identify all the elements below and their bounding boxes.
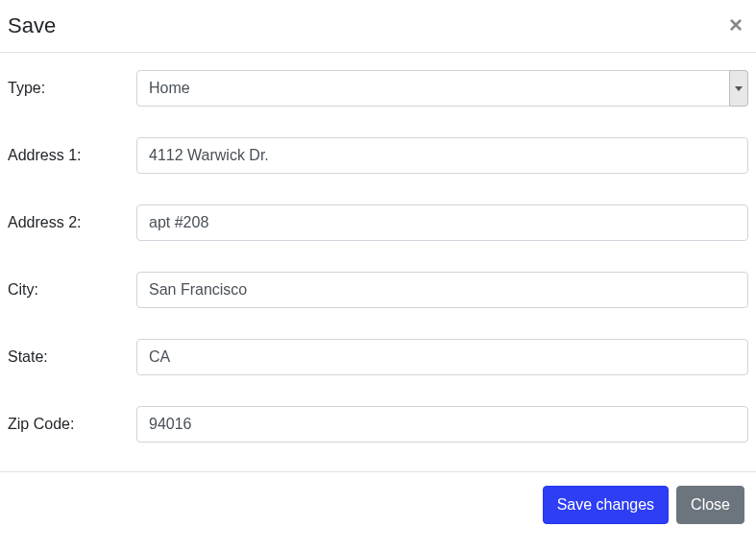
address1-label: Address 1: xyxy=(8,147,136,164)
row-address1: Address 1: xyxy=(8,137,748,174)
type-label: Type: xyxy=(8,80,136,97)
close-button[interactable]: Close xyxy=(676,486,744,524)
modal-body: Type: Home Address 1: Address 2: xyxy=(0,53,756,471)
address1-field xyxy=(136,137,748,174)
zip-field xyxy=(136,406,748,443)
row-type: Type: Home xyxy=(8,70,748,107)
state-field xyxy=(136,339,748,375)
modal-header: Save × xyxy=(0,0,756,53)
row-zip: Zip Code: xyxy=(8,406,748,443)
type-select[interactable]: Home xyxy=(136,70,748,107)
zip-input[interactable] xyxy=(136,406,748,443)
city-label: City: xyxy=(8,281,136,299)
city-input[interactable] xyxy=(136,272,748,308)
address2-field xyxy=(136,204,748,241)
row-city: City: xyxy=(8,272,748,308)
state-label: State: xyxy=(8,348,136,366)
row-state: State: xyxy=(8,339,748,375)
type-field: Home xyxy=(136,70,748,107)
city-field xyxy=(136,272,748,308)
save-modal: Save × Type: Home Address 1: xyxy=(0,0,756,538)
type-select-wrap: Home xyxy=(136,70,748,107)
save-changes-button[interactable]: Save changes xyxy=(543,486,669,524)
modal-title: Save xyxy=(8,13,56,38)
address2-label: Address 2: xyxy=(8,214,136,231)
zip-label: Zip Code: xyxy=(8,416,136,433)
state-input[interactable] xyxy=(136,339,748,375)
modal-footer: Save changes Close xyxy=(0,471,756,538)
address1-input[interactable] xyxy=(136,137,748,174)
row-address2: Address 2: xyxy=(8,204,748,241)
close-icon[interactable]: × xyxy=(723,13,748,36)
address2-input[interactable] xyxy=(136,204,748,241)
